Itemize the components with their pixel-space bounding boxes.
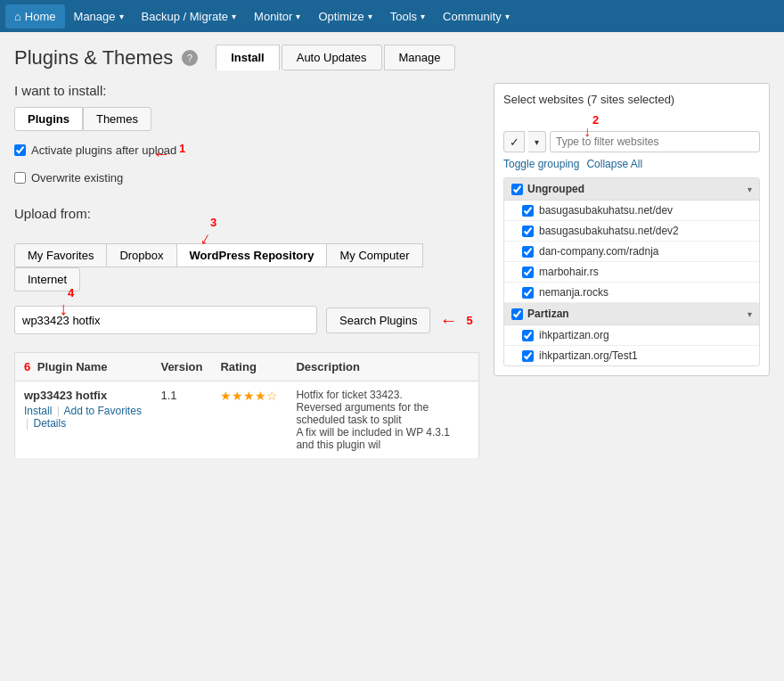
list-item: basugasubakuhatsu.net/dev [504, 201, 759, 221]
install-link[interactable]: Install [24, 405, 52, 417]
upload-section: Upload from: 3 ↓ My Favorites Dropbox Wo… [14, 206, 479, 334]
nav-home[interactable]: ⌂ Home [5, 4, 65, 29]
backup-dropdown-icon: ▾ [232, 12, 236, 21]
tab-my-computer[interactable]: My Computer [326, 243, 422, 267]
site-url-ihk-test1: ihkpartizan.org/Test1 [539, 349, 638, 362]
site-checkbox-ihk-test1[interactable] [522, 350, 534, 362]
table-row: wp33423 hotfix Install | Add to Favorite… [15, 382, 479, 459]
activate-plugins-checkbox[interactable] [14, 144, 26, 156]
annotation-num-6: 6 [24, 360, 30, 373]
list-item: dan-company.com/radnja [504, 242, 759, 262]
filter-dropdown-btn[interactable]: ▾ [528, 131, 546, 152]
ungrouped-collapse-icon: ▾ [747, 185, 752, 194]
site-url-dev2: basugasubakuhatsu.net/dev2 [539, 225, 679, 237]
site-checkbox-marbohair[interactable] [522, 267, 534, 278]
filter-websites-input[interactable] [550, 131, 760, 152]
list-item: marbohair.rs [504, 262, 759, 283]
overwrite-existing-checkbox[interactable] [14, 172, 26, 184]
help-icon-button[interactable]: ? [182, 50, 198, 66]
site-url-ihk: ihkpartizan.org [539, 329, 609, 341]
optimize-dropdown-icon: ▾ [368, 12, 372, 21]
overwrite-existing-row: Overwrite existing [14, 171, 479, 185]
site-url-nemanja: nemanja.rocks [539, 286, 608, 299]
toggle-row: Toggle grouping Collapse All [503, 158, 760, 170]
tools-dropdown-icon: ▾ [421, 12, 425, 21]
tab-plugins[interactable]: Plugins [14, 107, 83, 131]
left-panel: I want to install: Plugins Themes Activa… [14, 83, 479, 459]
col-rating: Rating [211, 353, 287, 382]
tab-wordpress-repository[interactable]: WordPress Repository [176, 243, 328, 267]
select-all-checkbox-btn[interactable]: ✓ [503, 131, 525, 152]
plugin-name: wp33423 hotfix [24, 389, 143, 402]
nav-backup-migrate[interactable]: Backup / Migrate ▾ [133, 4, 246, 29]
site-url-marbohair: marbohair.rs [539, 266, 599, 278]
annotation-arrow-2: ↓ [584, 124, 591, 140]
add-to-favorites-link[interactable]: Add to Favorites [64, 405, 142, 417]
partizan-collapse-icon: ▾ [747, 309, 752, 319]
install-section-label: I want to install: [14, 83, 479, 98]
upload-tabs: My Favorites Dropbox WordPress Repositor… [14, 243, 479, 291]
annotation-label-1: 1 [179, 142, 185, 155]
plugin-description-cell: Hotfix for ticket 33423. Reversed argume… [287, 382, 478, 459]
annotation-label-5: 5 [466, 314, 472, 327]
nav-tools[interactable]: Tools ▾ [381, 4, 434, 29]
results-table: 6 Plugin Name Version Rating Description… [14, 352, 479, 459]
annotation-label-2: 2 [592, 113, 599, 127]
search-plugins-button[interactable]: Search Plugins [326, 308, 430, 333]
nav-manage[interactable]: Manage ▾ [65, 4, 133, 29]
nav-optimize[interactable]: Optimize ▾ [309, 4, 380, 29]
site-list: Ungrouped ▾ basugasubakuhatsu.net/dev ba… [503, 177, 760, 366]
partizan-group-checkbox[interactable] [511, 308, 523, 320]
tab-my-favorites[interactable]: My Favorites [14, 243, 107, 267]
group-partizan-header[interactable]: Partizan ▾ [504, 303, 759, 325]
overwrite-existing-label: Overwrite existing [31, 171, 123, 185]
search-row: Search Plugins ← 5 [14, 306, 479, 334]
activate-plugins-row: Activate plugins after upload [14, 144, 176, 157]
website-selector-panel: Select websites (7 sites selected) 2 ↓ ✓… [494, 83, 770, 376]
select-websites-title: Select websites (7 sites selected) [503, 93, 760, 106]
toggle-grouping-link[interactable]: Toggle grouping [503, 158, 579, 170]
search-input[interactable] [14, 306, 317, 334]
site-url-radnja: dan-company.com/radnja [539, 245, 659, 258]
site-checkbox-ihk[interactable] [522, 330, 534, 341]
tab-internet[interactable]: Internet [14, 267, 80, 291]
manage-dropdown-icon: ▾ [119, 12, 124, 21]
site-checkbox-dev2[interactable] [522, 226, 534, 237]
filter-dropdown-icon: ▾ [535, 137, 539, 147]
nav-community[interactable]: Community ▾ [434, 4, 519, 29]
two-col-layout: I want to install: Plugins Themes Activa… [14, 83, 770, 459]
group-ungrouped-header[interactable]: Ungrouped ▾ [504, 178, 759, 201]
header-tabs: Install Auto Updates Manage [216, 45, 455, 70]
page-title: Plugins & Themes [14, 46, 173, 70]
list-item: ihkpartizan.org [504, 325, 759, 346]
annotation-arrow-5: ← [439, 310, 457, 331]
list-item: ihkpartizan.org/Test1 [504, 346, 759, 365]
main-content: Plugins & Themes ? Install Auto Updates … [0, 32, 784, 472]
details-link[interactable]: Details [33, 417, 66, 430]
list-item: basugasubakuhatsu.net/dev2 [504, 221, 759, 242]
collapse-all-link[interactable]: Collapse All [586, 158, 642, 170]
select-all-check-icon: ✓ [510, 135, 519, 149]
plugin-type-tabs: Plugins Themes [14, 107, 479, 131]
home-icon: ⌂ [14, 10, 21, 23]
tab-manage[interactable]: Manage [384, 45, 456, 70]
tab-themes[interactable]: Themes [83, 107, 151, 131]
filter-row: ✓ ▾ [503, 131, 760, 152]
plugin-rating-cell: ★★★★☆ [211, 382, 287, 459]
nav-monitor[interactable]: Monitor ▾ [245, 4, 309, 29]
site-checkbox-dev[interactable] [522, 205, 534, 217]
site-checkbox-radnja[interactable] [522, 246, 534, 258]
plugin-actions: Install | Add to Favorites | Details [24, 405, 143, 430]
plugin-description: Hotfix for ticket 33423. Reversed argume… [296, 389, 470, 451]
site-checkbox-nemanja[interactable] [522, 287, 534, 299]
site-url-dev: basugasubakuhatsu.net/dev [539, 204, 673, 217]
top-navigation: ⌂ Home Manage ▾ Backup / Migrate ▾ Monit… [0, 0, 784, 32]
ungrouped-group-checkbox[interactable] [511, 184, 523, 195]
monitor-dropdown-icon: ▾ [296, 12, 300, 21]
activate-plugins-label: Activate plugins after upload [31, 144, 176, 157]
tab-dropbox[interactable]: Dropbox [106, 243, 176, 267]
upload-title: Upload from: [14, 206, 479, 221]
col-description: Description [287, 353, 478, 382]
tab-auto-updates[interactable]: Auto Updates [282, 45, 382, 70]
tab-install[interactable]: Install [216, 45, 280, 70]
